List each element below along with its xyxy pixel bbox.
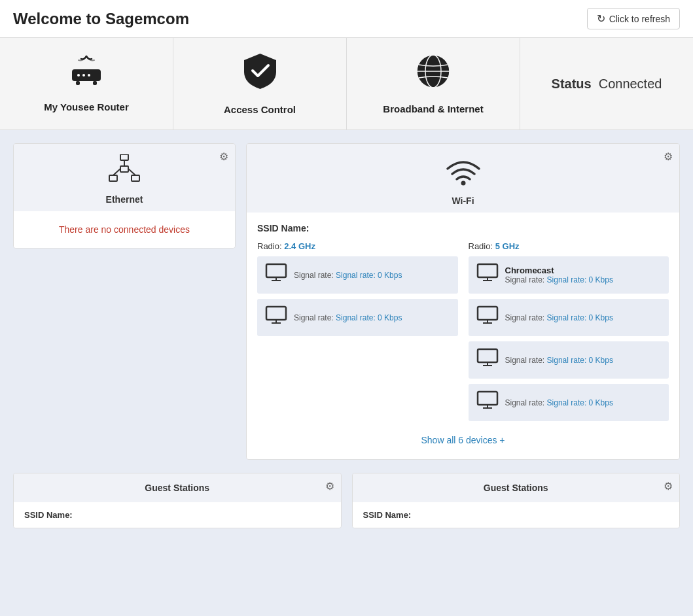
- network-icon: [108, 154, 141, 190]
- radio-5-freq: 5 GHz: [495, 241, 520, 251]
- page-title: Welcome to Sagemcom: [13, 10, 189, 28]
- svg-rect-12: [132, 175, 139, 181]
- device-info: Signal rate: Signal rate: 0 Kbps: [505, 356, 613, 365]
- nav-card-router-label: My Yousee Router: [44, 101, 128, 112]
- svg-rect-18: [266, 264, 286, 277]
- radio-24-freq: 2.4 GHz: [284, 241, 315, 251]
- svg-point-2: [82, 74, 85, 77]
- show-all-devices-link[interactable]: Show all 6 devices +: [421, 435, 505, 445]
- device-signal: Signal rate: Signal rate: 0 Kbps: [294, 271, 402, 280]
- radio-5-label: Radio: 5 GHz: [469, 241, 669, 251]
- main-content: ⚙: [0, 130, 693, 541]
- svg-rect-24: [478, 264, 497, 277]
- guest-1-title: Guest Stations: [145, 483, 209, 493]
- wifi-title: Wi-Fi: [452, 196, 474, 206]
- refresh-icon: ↻: [597, 12, 605, 25]
- ethernet-panel-header: ⚙: [14, 144, 235, 211]
- status-value: Connected: [599, 77, 662, 91]
- show-all-link[interactable]: Show all 6 devices +: [257, 426, 669, 449]
- svg-rect-30: [478, 349, 497, 362]
- svg-point-1: [77, 74, 80, 77]
- refresh-label: Click to refresh: [609, 14, 670, 24]
- shield-icon: [242, 52, 278, 97]
- wifi-panel: ⚙ Wi-Fi SSID Name:: [246, 143, 680, 460]
- device-item: Signal rate: Signal rate: 0 Kbps: [257, 256, 458, 294]
- monitor-icon: [265, 305, 287, 330]
- ethernet-body: There are no connected devices: [14, 211, 235, 248]
- svg-rect-27: [478, 307, 497, 320]
- device-signal: Signal rate: Signal rate: 0 Kbps: [505, 356, 613, 365]
- svg-rect-10: [120, 154, 128, 160]
- device-item: Signal rate: Signal rate: 0 Kbps: [469, 384, 669, 421]
- nav-card-router[interactable]: My Yousee Router: [0, 38, 173, 129]
- device-item: Signal rate: Signal rate: 0 Kbps: [469, 299, 669, 336]
- svg-point-17: [461, 181, 465, 186]
- device-signal: Signal rate: Signal rate: 0 Kbps: [294, 313, 402, 322]
- nav-card-broadband[interactable]: Broadband & Internet: [347, 38, 520, 129]
- guest-2-ssid: SSID Name:: [363, 510, 669, 520]
- device-signal: Signal rate: Signal rate: 0 Kbps: [505, 313, 613, 322]
- svg-rect-11: [109, 175, 117, 181]
- monitor-icon: [476, 305, 499, 330]
- nav-card-access[interactable]: Access Control: [173, 38, 347, 129]
- svg-point-3: [88, 74, 90, 77]
- device-item: Signal rate: Signal rate: 0 Kbps: [469, 341, 669, 379]
- guest-panel-2: ⚙ Guest Stations SSID Name:: [352, 473, 681, 528]
- device-signal: Signal rate: Signal rate: 0 Kbps: [505, 398, 613, 407]
- ethernet-gear-icon[interactable]: ⚙: [219, 150, 228, 163]
- ethernet-title: Ethernet: [106, 194, 143, 205]
- guest-1-ssid: SSID Name:: [24, 510, 330, 520]
- radio-columns: Radio: 2.4 GHz: [257, 241, 669, 426]
- refresh-button[interactable]: ↻ Click to refresh: [587, 8, 680, 29]
- guest-2-gear-icon[interactable]: ⚙: [664, 480, 673, 492]
- guest-panel-2-header: ⚙ Guest Stations: [353, 473, 680, 502]
- svg-rect-4: [76, 81, 80, 85]
- panels-row: ⚙: [13, 143, 680, 460]
- wifi-panel-header: ⚙ Wi-Fi: [247, 144, 679, 213]
- guest-2-body: SSID Name:: [353, 502, 680, 528]
- device-info: Signal rate: Signal rate: 0 Kbps: [505, 313, 613, 322]
- device-name: Chromecast: [505, 265, 613, 275]
- monitor-icon: [476, 263, 499, 287]
- monitor-icon: [476, 390, 499, 415]
- monitor-icon: [476, 348, 499, 372]
- svg-rect-21: [266, 307, 286, 320]
- guest-2-title: Guest Stations: [484, 483, 548, 493]
- svg-line-16: [128, 169, 135, 175]
- nav-card-access-label: Access Control: [224, 104, 296, 115]
- guest-row: ⚙ Guest Stations SSID Name: ⚙ Guest Stat…: [13, 473, 680, 528]
- ethernet-panel: ⚙: [13, 143, 236, 248]
- device-item-chromecast: Chromecast Signal rate: Signal rate: 0 K…: [469, 256, 669, 294]
- svg-rect-0: [72, 69, 101, 81]
- wifi-panel-body: SSID Name: Radio: 2.4 GHz: [247, 213, 679, 459]
- globe-icon: [415, 53, 452, 97]
- guest-1-gear-icon[interactable]: ⚙: [325, 480, 334, 492]
- radio-24-col: Radio: 2.4 GHz: [257, 241, 458, 426]
- svg-rect-5: [93, 81, 97, 85]
- radio-5-col: Radio: 5 GHz: [469, 241, 669, 426]
- no-devices-msg: There are no connected devices: [27, 224, 222, 235]
- header: Welcome to Sagemcom ↻ Click to refresh: [0, 0, 693, 38]
- wifi-icon: [445, 154, 482, 192]
- nav-cards: My Yousee Router Access Control Broadban…: [0, 38, 693, 130]
- device-info: Chromecast Signal rate: Signal rate: 0 K…: [505, 265, 613, 284]
- device-info: Signal rate: Signal rate: 0 Kbps: [505, 398, 613, 407]
- nav-card-broadband-label: Broadband & Internet: [383, 103, 483, 114]
- guest-1-body: SSID Name:: [14, 502, 341, 528]
- status-label: Status: [552, 77, 592, 91]
- router-icon: [67, 55, 106, 95]
- device-signal: Signal rate: Signal rate: 0 Kbps: [505, 275, 613, 284]
- svg-line-15: [113, 169, 120, 175]
- wifi-gear-icon[interactable]: ⚙: [664, 150, 673, 163]
- monitor-icon: [265, 263, 287, 287]
- radio-24-label: Radio: 2.4 GHz: [257, 241, 458, 251]
- svg-rect-13: [120, 166, 128, 172]
- device-item: Signal rate: Signal rate: 0 Kbps: [257, 299, 458, 336]
- wifi-ssid-label: SSID Name:: [257, 223, 669, 233]
- device-info: Signal rate: Signal rate: 0 Kbps: [294, 313, 402, 322]
- guest-panel-1: ⚙ Guest Stations SSID Name:: [13, 473, 342, 528]
- status-card: Status Connected: [520, 38, 693, 129]
- svg-rect-33: [478, 392, 497, 405]
- guest-panel-1-header: ⚙ Guest Stations: [14, 473, 341, 502]
- device-info: Signal rate: Signal rate: 0 Kbps: [294, 271, 402, 280]
